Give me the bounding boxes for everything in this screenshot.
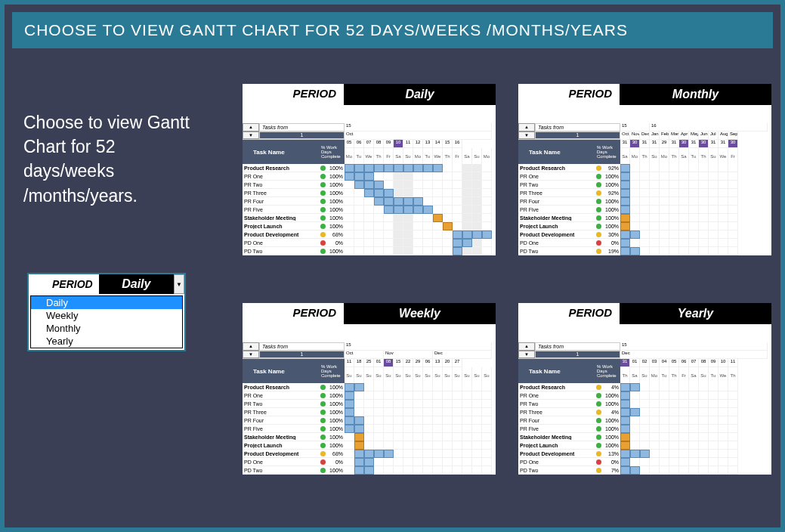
gantt-row xyxy=(620,416,771,425)
tasks-from-value[interactable]: 1 xyxy=(535,131,620,140)
gantt-cell xyxy=(709,425,719,433)
gantt-cell xyxy=(433,400,443,408)
gantt-cell xyxy=(472,230,482,239)
gantt-cell xyxy=(650,383,660,391)
work-days-header: % Work Days Complete xyxy=(320,359,345,383)
gantt-cell xyxy=(354,383,364,391)
period-option-daily[interactable]: Daily xyxy=(31,296,182,309)
gantt-cell xyxy=(660,408,669,416)
gantt-cell xyxy=(364,383,374,391)
gantt-row xyxy=(620,433,771,441)
gantt-cell xyxy=(630,197,640,206)
scroll-down-button[interactable]: ▼ xyxy=(518,131,535,140)
scroll-down-button[interactable]: ▼ xyxy=(243,351,259,359)
gantt-cell xyxy=(620,400,630,408)
gantt-cell xyxy=(364,197,374,206)
panel-period-label: PERIOD xyxy=(518,303,620,324)
gantt-cell xyxy=(403,222,413,230)
status-dot-icon xyxy=(596,418,601,423)
gantt-cell xyxy=(354,450,364,458)
period-option-weekly[interactable]: Weekly xyxy=(31,309,182,322)
timeline-num-cell: 30 xyxy=(728,140,738,148)
gantt-cell xyxy=(719,181,728,189)
gantt-cell xyxy=(650,164,660,172)
gantt-cell xyxy=(620,458,630,466)
gantt-cell xyxy=(443,214,453,222)
gantt-cell xyxy=(423,458,433,466)
gantt-cell xyxy=(679,181,689,189)
pct-complete: 100% xyxy=(604,426,620,431)
timeline-day-cell: Su xyxy=(482,367,492,383)
scroll-up-button[interactable]: ▲ xyxy=(243,342,259,351)
period-option-yearly[interactable]: Yearly xyxy=(31,335,182,348)
period-value[interactable]: Daily xyxy=(99,274,174,294)
scroll-down-button[interactable]: ▼ xyxy=(243,131,259,140)
gantt-cell xyxy=(660,433,669,441)
timeline-num-cell: 20 xyxy=(443,359,453,367)
task-name-cell: Project Launch xyxy=(518,443,594,448)
gantt-cell xyxy=(345,164,354,172)
status-dot-icon xyxy=(596,451,601,456)
gantt-cell xyxy=(384,391,394,400)
gantt-cell xyxy=(354,425,364,433)
gantt-cell xyxy=(462,433,472,441)
gantt-row xyxy=(620,197,771,206)
scroll-down-button[interactable]: ▼ xyxy=(518,351,535,359)
gantt-cell xyxy=(453,239,462,247)
gantt-cell xyxy=(443,383,453,391)
gantt-cell xyxy=(669,214,679,222)
period-option-monthly[interactable]: Monthly xyxy=(31,322,182,335)
timeline-year-cell: 15 xyxy=(345,123,492,131)
gantt-cell xyxy=(630,239,640,247)
gantt-cell xyxy=(394,391,403,400)
gantt-cell xyxy=(630,441,640,450)
gantt-cell xyxy=(354,247,364,255)
gantt-cell xyxy=(699,206,709,214)
task-name-cell: PD Two xyxy=(243,468,318,473)
gantt-cell xyxy=(689,164,699,172)
gantt-cell xyxy=(374,181,384,189)
gantt-cell xyxy=(423,197,433,206)
gantt-cell xyxy=(384,450,394,458)
task-name-cell: PR Two xyxy=(243,401,318,407)
task-name-cell: PR Four xyxy=(243,418,318,423)
dropdown-arrow-icon[interactable]: ▼ xyxy=(174,274,184,294)
gantt-cell xyxy=(472,383,482,391)
gantt-cell xyxy=(403,408,413,416)
gantt-cell xyxy=(453,206,462,214)
gantt-cell xyxy=(413,164,423,172)
gantt-cell xyxy=(699,222,709,230)
task-name-cell: Product Research xyxy=(243,165,318,171)
task-name-cell: Stakeholder Meeting xyxy=(243,435,318,440)
gantt-cell xyxy=(453,425,462,433)
gantt-cell xyxy=(679,197,689,206)
timeline-num-cell: 01 xyxy=(630,359,640,367)
tasks-from-value[interactable]: 1 xyxy=(259,351,345,359)
gantt-cell xyxy=(482,466,492,475)
gantt-cell xyxy=(620,441,630,450)
scroll-up-button[interactable]: ▲ xyxy=(243,123,259,131)
task-name-header: Task Name xyxy=(243,140,320,164)
gantt-cell xyxy=(689,441,699,450)
pct-complete: 4% xyxy=(604,410,620,415)
gantt-cell xyxy=(413,408,423,416)
scroll-up-button[interactable]: ▲ xyxy=(518,123,535,131)
gantt-cell xyxy=(679,222,689,230)
tasks-from-value[interactable]: 1 xyxy=(259,131,345,140)
timeline-day-cell: Tu xyxy=(689,148,699,164)
gantt-cell xyxy=(374,239,384,247)
task-name-cell: PR One xyxy=(518,393,594,398)
scroll-up-button[interactable]: ▲ xyxy=(518,342,535,351)
gantt-cell xyxy=(709,466,719,475)
gantt-cell xyxy=(364,425,374,433)
gantt-cell xyxy=(345,222,354,230)
gantt-cell xyxy=(728,206,738,214)
gantt-cell xyxy=(640,164,650,172)
gantt-cell xyxy=(354,466,364,475)
gantt-cell xyxy=(640,408,650,416)
tasks-from-value[interactable]: 1 xyxy=(535,351,620,359)
gantt-cell xyxy=(384,206,394,214)
timeline-num-cell: 13 xyxy=(433,359,443,367)
gantt-cell xyxy=(413,181,423,189)
gantt-cell xyxy=(403,172,413,181)
